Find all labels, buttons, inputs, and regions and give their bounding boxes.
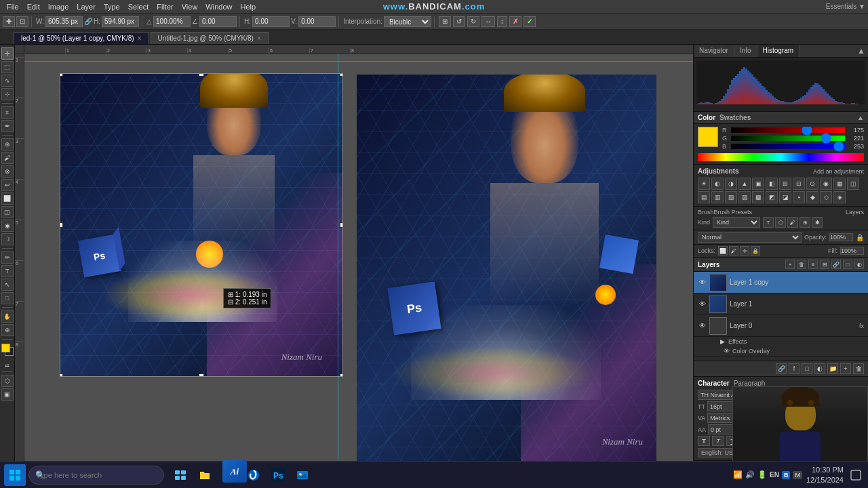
lock-image[interactable]: 🖌 bbox=[729, 246, 738, 256]
layer-item-0[interactable]: 👁 Layer 0 fx bbox=[694, 315, 868, 337]
rotate-left-btn[interactable]: ↺ bbox=[453, 16, 465, 27]
tray-volume-icon[interactable]: 🔊 bbox=[745, 470, 755, 479]
layers-btn[interactable]: Layers bbox=[846, 209, 864, 216]
warp-v-field[interactable] bbox=[298, 16, 336, 27]
color-preview[interactable] bbox=[698, 127, 718, 147]
selection-tool[interactable]: ⬚ bbox=[1, 61, 14, 73]
interp-select[interactable]: Bicubic bbox=[384, 16, 431, 27]
fill-field[interactable] bbox=[840, 247, 864, 255]
ai-badge[interactable]: Ai bbox=[222, 460, 247, 483]
adj-sel-color[interactable]: ▨ bbox=[738, 191, 751, 203]
zoom-field[interactable] bbox=[153, 16, 191, 27]
left-canvas-image[interactable]: Ps Nizam Niru ⊞ 1: 0.193 in ⊟ 2: 0.251 i… bbox=[60, 73, 343, 377]
tab-histogram[interactable]: Histogram bbox=[757, 45, 800, 57]
color-overlay-visibility[interactable]: 👁 bbox=[722, 347, 730, 355]
switch-colors-icon[interactable]: ⇄ bbox=[5, 363, 9, 369]
brush-type3[interactable]: 🖌 bbox=[787, 217, 798, 228]
handle-bot-left[interactable] bbox=[60, 373, 63, 377]
handle-top-right[interactable] bbox=[340, 73, 343, 77]
screen-mode-btn[interactable]: ▣ bbox=[1, 388, 14, 401]
menu-window[interactable]: Window bbox=[201, 0, 236, 13]
lock-btn[interactable]: 🔒 bbox=[856, 234, 864, 241]
canvas-wrapper[interactable]: Ps Nizam Niru ⊞ 1: 0.193 in ⊟ 2: 0.251 i… bbox=[24, 54, 693, 473]
handle-mid-left[interactable] bbox=[60, 222, 63, 228]
tray-m-icon[interactable]: M bbox=[793, 471, 802, 479]
panel-options-btn[interactable]: ▲ bbox=[854, 45, 868, 57]
zoom-tool[interactable]: ⊕ bbox=[1, 324, 14, 336]
adj-threshold[interactable]: ▥ bbox=[711, 191, 724, 203]
adj-color-lookup[interactable]: ▦ bbox=[833, 178, 846, 190]
menu-file[interactable]: File bbox=[3, 0, 23, 13]
magic-wand-tool[interactable]: ⊹ bbox=[1, 88, 14, 100]
tab-navigator[interactable]: Navigator bbox=[694, 45, 734, 57]
blue-slider[interactable] bbox=[731, 144, 845, 149]
notification-btn[interactable] bbox=[848, 467, 864, 483]
lock-position[interactable]: ✛ bbox=[740, 246, 749, 256]
brush-tool[interactable]: 🖌 bbox=[1, 152, 14, 164]
layer-new-btn[interactable]: + bbox=[785, 260, 795, 269]
layer-menu-btn[interactable]: ≡ bbox=[808, 260, 818, 269]
brush-type5[interactable]: ✱ bbox=[812, 217, 823, 228]
rotate-right-btn[interactable]: ↻ bbox=[467, 16, 479, 27]
adj-extra3[interactable]: ◇ bbox=[820, 191, 832, 203]
language-btn[interactable]: English: US bbox=[698, 448, 736, 458]
eyedropper-tool[interactable]: ✒ bbox=[1, 120, 14, 132]
handle-top-left[interactable] bbox=[60, 73, 63, 77]
layer-new-btn2[interactable]: + bbox=[840, 363, 851, 374]
menu-select[interactable]: Select bbox=[124, 0, 153, 13]
foreground-color-box[interactable] bbox=[1, 344, 10, 352]
layer-del-btn2[interactable]: 🗑 bbox=[853, 363, 864, 374]
red-slider[interactable] bbox=[731, 127, 845, 133]
commit-transform-btn[interactable]: ✓ bbox=[524, 16, 536, 27]
adj-posterize[interactable]: ▤ bbox=[698, 191, 710, 203]
bold-btn[interactable]: T bbox=[698, 436, 710, 446]
effects-visibility[interactable]: ▶ bbox=[718, 338, 726, 346]
brush-kind-select[interactable]: Kind bbox=[713, 217, 760, 228]
height-field[interactable] bbox=[102, 16, 139, 27]
layer-expand-btn[interactable]: ⊞ bbox=[820, 260, 829, 269]
warp-h-field[interactable] bbox=[252, 16, 290, 27]
layer-mask-btn[interactable]: □ bbox=[843, 260, 852, 269]
adj-levels[interactable]: ◐ bbox=[711, 178, 724, 190]
type-tool[interactable]: T bbox=[1, 265, 14, 277]
handle-top-center[interactable] bbox=[199, 73, 204, 77]
photoshop-btn[interactable]: Ps bbox=[267, 464, 289, 486]
brush-type1[interactable]: T bbox=[763, 217, 774, 228]
blur-tool[interactable]: ◉ bbox=[1, 220, 14, 232]
adj-extra4[interactable]: ◈ bbox=[833, 191, 846, 203]
adj-vibrance[interactable]: ▣ bbox=[752, 178, 764, 190]
menu-filter[interactable]: Filter bbox=[153, 0, 177, 13]
crop-tool[interactable]: ⌗ bbox=[1, 106, 14, 119]
layer-link-btn2[interactable]: 🔗 bbox=[776, 363, 787, 374]
dodge-tool[interactable]: ☽ bbox=[1, 233, 14, 245]
shape-tool[interactable]: □ bbox=[1, 292, 14, 304]
layer-item-1[interactable]: 👁 Layer 1 bbox=[694, 293, 868, 315]
layer-visibility-1-copy[interactable]: 👁 bbox=[698, 278, 707, 287]
tray-network-icon[interactable]: 📶 bbox=[733, 470, 743, 479]
menu-edit[interactable]: Edit bbox=[23, 0, 44, 13]
adj-brightness[interactable]: ☀ bbox=[698, 178, 710, 190]
warp-btn[interactable]: ⊞ bbox=[439, 16, 451, 27]
adj-channel-mixer[interactable]: ◉ bbox=[820, 178, 832, 190]
close-tab-icon[interactable]: × bbox=[138, 35, 142, 42]
flip-v-btn[interactable]: ↕ bbox=[497, 16, 507, 27]
pen-tool[interactable]: ✏ bbox=[1, 251, 14, 264]
italic-btn[interactable]: T bbox=[712, 436, 724, 446]
menu-view[interactable]: View bbox=[178, 0, 202, 13]
photos-btn[interactable] bbox=[292, 464, 313, 486]
quick-mask-btn[interactable]: ⬡ bbox=[1, 375, 14, 387]
handle-bot-right[interactable] bbox=[340, 373, 343, 377]
color-panel-menu[interactable]: ▲ bbox=[857, 114, 864, 121]
tab-swatches[interactable]: Swatches bbox=[719, 114, 751, 121]
layer-visibility-1[interactable]: 👁 bbox=[698, 300, 707, 309]
layer-mask-btn2[interactable]: □ bbox=[802, 363, 812, 374]
tray-battery-icon[interactable]: 🔋 bbox=[757, 470, 767, 479]
adj-solid-color[interactable]: ▩ bbox=[752, 191, 764, 203]
width-field[interactable] bbox=[45, 16, 83, 27]
layer-fx-btn[interactable]: f bbox=[789, 363, 800, 374]
adj-gradient-fill[interactable]: ◩ bbox=[766, 191, 778, 203]
file-explorer-btn[interactable] bbox=[194, 464, 216, 486]
move-tool[interactable]: ✛ bbox=[1, 47, 14, 60]
opacity-field[interactable] bbox=[829, 233, 853, 241]
gradient-tool[interactable]: ◫ bbox=[1, 206, 14, 218]
